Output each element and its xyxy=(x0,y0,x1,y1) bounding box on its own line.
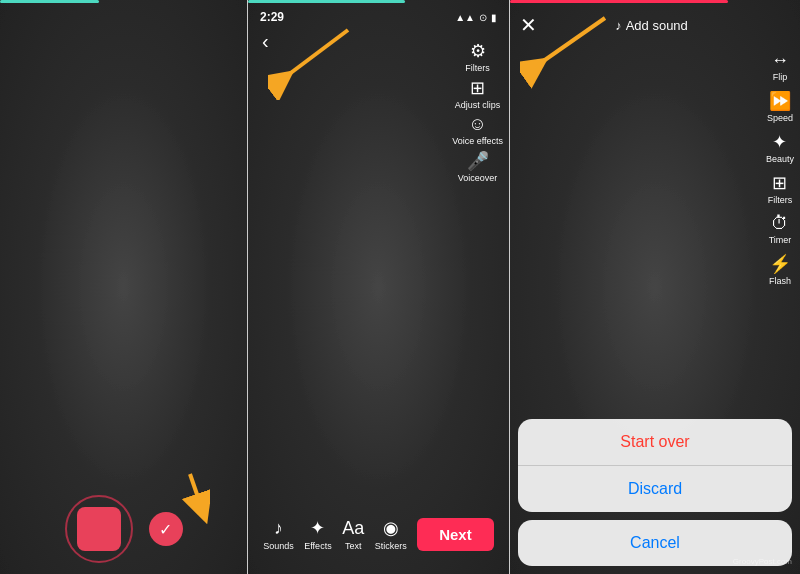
back-button[interactable]: ‹ xyxy=(262,30,269,53)
sidebar-item-timer[interactable]: ⏱ Timer xyxy=(769,213,792,245)
flash-label: Flash xyxy=(769,276,791,286)
sidebar-item-voice[interactable]: ☺ Voice effects xyxy=(452,114,503,146)
voice-label: Voice effects xyxy=(452,136,503,146)
wifi-icon: ⊙ xyxy=(479,12,487,23)
status-time: 2:29 xyxy=(260,10,284,24)
bg-texture-1 xyxy=(0,0,247,574)
filters-icon: ⚙ xyxy=(470,40,486,62)
panel3-right-sidebar: ↔ Flip ⏩ Speed ✦ Beauty ⊞ Filters ⏱ Time… xyxy=(766,50,794,286)
sidebar-item-flash[interactable]: ⚡ Flash xyxy=(769,253,791,286)
text-icon: Aa xyxy=(342,518,364,539)
sidebar-item-flip[interactable]: ↔ Flip xyxy=(771,50,789,82)
add-sound-label: Add sound xyxy=(626,18,688,33)
panel3-top-bar: ✕ ♪ Add sound xyxy=(510,0,800,50)
phone-panel-3: ✕ ♪ Add sound ↔ Flip ⏩ Speed ✦ Beauty ⊞ … xyxy=(510,0,800,574)
voiceover-label: Voiceover xyxy=(458,173,498,183)
tab-sounds[interactable]: ♪ Sounds xyxy=(263,518,294,551)
effects-icon: ✦ xyxy=(310,517,325,539)
adjust-icon: ⊞ xyxy=(470,77,485,99)
sidebar-item-filters2[interactable]: ⊞ Filters xyxy=(768,172,793,205)
voice-icon: ☺ xyxy=(468,114,486,135)
phone-panel-2: 2:29 ▲▲ ⊙ ▮ ‹ ⚙ Filters ⊞ Adjust clips ☺… xyxy=(248,0,510,574)
action-sheet-group: Start over Discard xyxy=(518,419,792,512)
progress-bar-container-3 xyxy=(510,0,800,3)
progress-bar-container-1 xyxy=(0,0,247,3)
check-button[interactable]: ✓ xyxy=(149,512,183,546)
sounds-icon: ♪ xyxy=(274,518,283,539)
speed-icon: ⏩ xyxy=(769,90,791,112)
signal-icon: ▲▲ xyxy=(455,12,475,23)
stickers-icon: ◉ xyxy=(383,517,399,539)
add-sound-button[interactable]: ♪ Add sound xyxy=(537,18,766,33)
status-bar-2: 2:29 ▲▲ ⊙ ▮ xyxy=(248,0,509,28)
timer-label: Timer xyxy=(769,235,792,245)
timer-icon: ⏱ xyxy=(771,213,789,234)
back-icon: ‹ xyxy=(262,30,269,52)
phone-panel-1: ✓ xyxy=(0,0,248,574)
beauty-label: Beauty xyxy=(766,154,794,164)
beauty-icon: ✦ xyxy=(772,131,787,153)
filters2-icon: ⊞ xyxy=(772,172,787,194)
panel2-bottom-tabs: ♪ Sounds ✦ Effects Aa Text ◉ Stickers Ne… xyxy=(248,504,509,574)
close-button[interactable]: ✕ xyxy=(520,13,537,37)
progress-bar-3 xyxy=(510,0,728,3)
filters2-label: Filters xyxy=(768,195,793,205)
speed-label: Speed xyxy=(767,113,793,123)
flip-icon: ↔ xyxy=(771,50,789,71)
bottom-controls-panel1: ✓ xyxy=(0,494,247,574)
next-button[interactable]: Next xyxy=(417,518,494,551)
tab-text[interactable]: Aa Text xyxy=(342,518,364,551)
sidebar-item-speed[interactable]: ⏩ Speed xyxy=(767,90,793,123)
tab-stickers[interactable]: ◉ Stickers xyxy=(375,517,407,551)
tab-effects[interactable]: ✦ Effects xyxy=(304,517,331,551)
stickers-label: Stickers xyxy=(375,541,407,551)
effects-label: Effects xyxy=(304,541,331,551)
filters-label: Filters xyxy=(465,63,490,73)
record-button-inner xyxy=(77,507,121,551)
status-icons: ▲▲ ⊙ ▮ xyxy=(455,12,497,23)
sidebar-item-beauty[interactable]: ✦ Beauty xyxy=(766,131,794,164)
progress-bar-container-2 xyxy=(248,0,509,3)
progress-bar-2 xyxy=(248,0,405,3)
progress-bar-1 xyxy=(0,0,99,3)
sidebar-item-voiceover[interactable]: 🎤 Voiceover xyxy=(458,150,498,183)
sounds-label: Sounds xyxy=(263,541,294,551)
voiceover-icon: 🎤 xyxy=(467,150,489,172)
discard-button[interactable]: Discard xyxy=(518,466,792,512)
record-button-outer[interactable] xyxy=(65,495,133,563)
flip-label: Flip xyxy=(773,72,788,82)
action-sheet: Start over Discard Cancel xyxy=(510,419,800,574)
sidebar-item-filters[interactable]: ⚙ Filters xyxy=(465,40,490,73)
text-label: Text xyxy=(345,541,362,551)
adjust-label: Adjust clips xyxy=(455,100,501,110)
sidebar-item-adjust[interactable]: ⊞ Adjust clips xyxy=(455,77,501,110)
flash-icon: ⚡ xyxy=(769,253,791,275)
battery-icon: ▮ xyxy=(491,12,497,23)
start-over-button[interactable]: Start over xyxy=(518,419,792,466)
panel2-right-sidebar: ⚙ Filters ⊞ Adjust clips ☺ Voice effects… xyxy=(452,40,503,183)
add-sound-icon: ♪ xyxy=(615,18,622,33)
watermark: GroovyPost.com xyxy=(733,557,792,566)
